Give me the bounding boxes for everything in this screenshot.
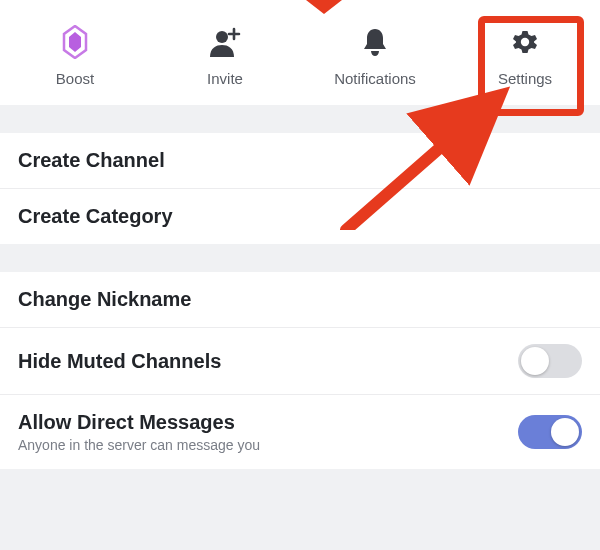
gear-icon bbox=[510, 24, 540, 60]
invite-button[interactable]: Invite bbox=[150, 24, 300, 87]
section-divider bbox=[0, 105, 600, 133]
allow-dm-toggle[interactable] bbox=[518, 415, 582, 449]
settings-button[interactable]: Settings bbox=[450, 24, 600, 87]
boost-label: Boost bbox=[56, 70, 94, 87]
notifications-label: Notifications bbox=[334, 70, 416, 87]
settings-label: Settings bbox=[498, 70, 552, 87]
allow-dm-sub: Anyone in the server can message you bbox=[18, 437, 260, 453]
settings-section: Change Nickname Hide Muted Channels Allo… bbox=[0, 272, 600, 469]
allow-dm-text: Allow Direct Messages Anyone in the serv… bbox=[18, 411, 260, 453]
create-section: Create Channel Create Category bbox=[0, 133, 600, 244]
create-category-row[interactable]: Create Category bbox=[0, 189, 600, 244]
boost-button[interactable]: Boost bbox=[0, 24, 150, 87]
allow-dm-label: Allow Direct Messages bbox=[18, 411, 260, 434]
hide-muted-label: Hide Muted Channels bbox=[18, 350, 221, 373]
notifications-button[interactable]: Notifications bbox=[300, 24, 450, 87]
svg-point-1 bbox=[521, 38, 529, 46]
svg-point-0 bbox=[216, 31, 228, 43]
top-action-bar: Boost Invite Notifications Setti bbox=[0, 0, 600, 105]
allow-dm-row[interactable]: Allow Direct Messages Anyone in the serv… bbox=[0, 395, 600, 469]
section-divider bbox=[0, 244, 600, 272]
hide-muted-row[interactable]: Hide Muted Channels bbox=[0, 328, 600, 395]
invite-icon bbox=[207, 24, 243, 60]
create-category-label: Create Category bbox=[18, 205, 173, 228]
change-nickname-row[interactable]: Change Nickname bbox=[0, 272, 600, 328]
invite-label: Invite bbox=[207, 70, 243, 87]
create-channel-row[interactable]: Create Channel bbox=[0, 133, 600, 189]
bell-icon bbox=[361, 24, 389, 60]
change-nickname-label: Change Nickname bbox=[18, 288, 191, 311]
boost-icon bbox=[62, 24, 88, 60]
hide-muted-toggle[interactable] bbox=[518, 344, 582, 378]
create-channel-label: Create Channel bbox=[18, 149, 165, 172]
